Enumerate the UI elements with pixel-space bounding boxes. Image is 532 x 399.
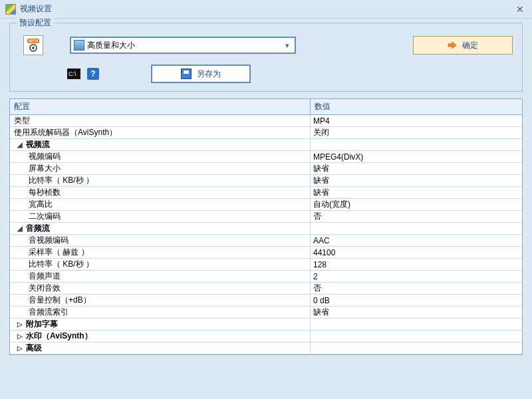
grid-row[interactable]: 二次编码否 [10,211,522,223]
grid-row-label: 比特率（ KB/秒 ） [29,259,94,270]
app-icon [5,4,16,15]
grid-row[interactable]: 音量控制（+dB）0 dB [10,295,522,307]
grid-row-label: 水印（AviSynth） [26,331,92,342]
help-icon[interactable]: ? [87,68,99,80]
preset-dropdown[interactable]: 高质量和大小 ▾ [70,37,296,54]
grid-row-label: 类型 [14,115,30,126]
window-title: 视频设置 [20,3,513,15]
saveas-button-label: 另存为 [197,68,221,80]
ok-button-label: 确定 [462,40,478,51]
grid-row-label: 二次编码 [29,211,61,222]
grid-group-row[interactable]: ▷附加字幕 [10,319,522,331]
cmd-icon[interactable]: C:\ [67,68,80,79]
grid-row-label: 音视频编码 [29,235,68,246]
grid-row-label: 每秒桢数 [29,187,61,198]
grid-row-value[interactable]: 缺省 [311,307,522,318]
grid-row-value[interactable]: 缺省 [311,175,522,186]
twisty-icon[interactable]: ◢ [17,141,23,148]
grid-row-value[interactable]: 0 dB [311,296,522,305]
grid-row[interactable]: 音视频编码AAC [10,235,522,247]
grid-row[interactable]: 视频编码MPEG4(DivX) [10,151,522,163]
close-icon[interactable]: ✕ [513,3,527,16]
grid-row-label: 屏幕大小 [29,163,61,174]
twisty-icon[interactable]: ▷ [17,321,23,328]
grid-row-label: 音频声道 [29,271,61,282]
mp4-format-icon: MP4 [23,35,43,55]
grid-row-label: 音频流索引 [29,307,68,318]
grid-row-label: 高级 [26,342,42,354]
grid-row-value[interactable]: MP4 [311,116,522,126]
grid-row-value[interactable]: 自动(宽度) [311,199,522,210]
grid-header-config: 配置 [10,99,311,114]
grid-row-label: 附加字幕 [26,319,58,330]
grid-row[interactable]: 比特率（ KB/秒 ）缺省 [10,175,522,187]
grid-header: 配置 数值 [10,99,522,115]
grid-row[interactable]: 采样率（ 赫兹 ）44100 [10,247,522,259]
grid-row-value[interactable]: 关闭 [311,127,522,138]
grid-row-label: 采样率（ 赫兹 ） [29,247,89,258]
grid-row-label: 比特率（ KB/秒 ） [29,175,94,186]
arrow-right-icon [448,41,457,50]
grid-row[interactable]: 音频流索引缺省 [10,307,522,319]
preset-dropdown-value: 高质量和大小 [87,40,280,51]
ok-button[interactable]: 确定 [413,36,513,55]
grid-row-value[interactable]: 缺省 [311,187,522,198]
grid-row[interactable]: 关闭音效否 [10,283,522,295]
grid-row-value[interactable]: MPEG4(DivX) [311,152,522,162]
grid-row-label: 视频编码 [29,151,61,162]
film-icon [74,40,84,51]
preset-groupbox: 预设配置 MP4 高质量和大小 ▾ 确定 C:\ ? 另存为 [9,23,523,92]
grid-row-label: 关闭音效 [29,283,61,294]
grid-group-row[interactable]: ◢音频流 [10,223,522,235]
grid-row-label: 音频流 [26,223,50,234]
twisty-icon[interactable]: ▷ [17,332,23,340]
grid-group-row[interactable]: ◢视频流 [10,139,522,151]
grid-row-label: 使用系统解码器（AviSynth） [14,127,117,138]
settings-grid: 配置 数值 类型MP4使用系统解码器（AviSynth）关闭◢视频流视频编码MP… [9,98,523,355]
grid-group-row[interactable]: ▷水印（AviSynth） [10,331,522,342]
twisty-icon[interactable]: ◢ [17,225,23,232]
grid-row[interactable]: 宽高比自动(宽度) [10,199,522,211]
saveas-button[interactable]: 另存为 [151,65,251,83]
grid-row-label: 音量控制（+dB） [29,295,91,306]
grid-group-row[interactable]: ▷高级 [10,342,522,354]
preset-legend: 预设配置 [17,17,54,29]
grid-row-label: 视频流 [26,139,50,150]
grid-row-value[interactable]: AAC [311,236,522,245]
grid-row-value[interactable]: 否 [311,211,522,222]
grid-row[interactable]: 每秒桢数缺省 [10,187,522,199]
grid-row-value[interactable]: 128 [311,260,522,269]
grid-row-value[interactable]: 缺省 [311,163,522,174]
grid-row[interactable]: 使用系统解码器（AviSynth）关闭 [10,127,522,139]
grid-row[interactable]: 音频声道2 [10,271,522,283]
grid-row[interactable]: 屏幕大小缺省 [10,163,522,175]
save-icon [181,68,192,79]
grid-row-label: 宽高比 [29,199,53,210]
grid-row[interactable]: 类型MP4 [10,115,522,127]
grid-row-value[interactable]: 2 [311,272,522,281]
chevron-down-icon: ▾ [280,38,295,53]
grid-row[interactable]: 比特率（ KB/秒 ）128 [10,259,522,271]
twisty-icon[interactable]: ▷ [17,344,23,352]
grid-row-value[interactable]: 否 [311,283,522,294]
grid-header-value: 数值 [311,99,522,114]
grid-row-value[interactable]: 44100 [311,248,522,257]
titlebar: 视频设置 ✕ [0,0,532,19]
